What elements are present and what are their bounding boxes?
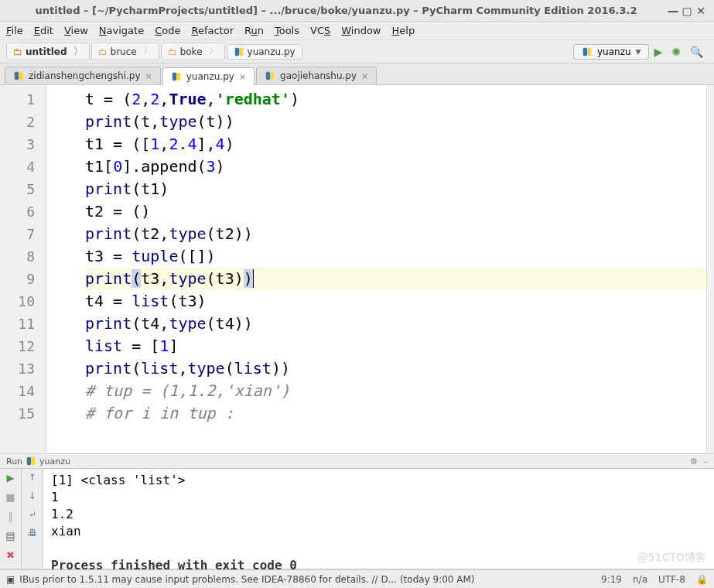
run-panel-title-prefix: Run [6, 456, 22, 467]
svg-rect-6 [173, 73, 176, 81]
breadcrumb-label: yuanzu.py [248, 46, 296, 57]
pause-button[interactable]: ∥ [8, 511, 13, 522]
python-icon [234, 46, 244, 57]
svg-rect-10 [27, 457, 31, 466]
menu-vcs[interactable]: VCS [310, 25, 330, 36]
editor-tab-zidianshengchengshi.py[interactable]: zidianshengchengshi.py× [5, 67, 161, 84]
python-icon [171, 71, 182, 82]
navigation-bar: 🗀 untitled〉🗀 bruce〉🗀 boke〉 yuanzu.py yua… [0, 40, 714, 63]
file-encoding[interactable]: UTF-8 [658, 574, 685, 585]
code-line-8[interactable]: t3 = tuple([]) [85, 245, 706, 268]
breadcrumb-untitled[interactable]: 🗀 untitled〉 [6, 43, 90, 60]
folder-icon: 🗀 [168, 46, 177, 57]
close-button[interactable]: ✕ [694, 5, 708, 17]
run-panel-left-toolbar: ▶ ■ ∥ ▤ ✖ [0, 469, 22, 569]
watermark: @51CTO博客 [637, 551, 706, 565]
line-separator[interactable]: n/a [633, 574, 647, 585]
chevron-right-icon: 〉 [209, 45, 218, 58]
menu-file[interactable]: File [6, 25, 23, 36]
editor-scrollbar[interactable] [706, 85, 714, 453]
python-icon [13, 70, 24, 81]
menu-help[interactable]: Help [392, 25, 415, 36]
code-line-1[interactable]: t = (2,2,True,'redhat') [85, 88, 706, 111]
python-icon [26, 456, 36, 467]
code-line-7[interactable]: print(t2,type(t2)) [85, 223, 706, 245]
stop-button[interactable]: ■ [5, 491, 15, 503]
code-line-11[interactable]: print(t4,type(t4)) [85, 313, 706, 335]
menu-view[interactable]: View [64, 25, 88, 36]
output-line [51, 540, 706, 557]
chevron-right-icon: 〉 [73, 45, 83, 58]
print-button[interactable]: 🖶 [28, 528, 37, 538]
run-config-label: yuanzu [597, 46, 631, 57]
code-line-5[interactable]: print(t1) [85, 178, 706, 200]
debug-button[interactable]: ✺ [671, 46, 681, 58]
code-line-12[interactable]: list = [1] [85, 335, 706, 357]
code-editor[interactable]: t = (2,2,True,'redhat')print(t,type(t))t… [46, 85, 706, 453]
dropdown-arrow-icon: ▼ [636, 48, 641, 56]
search-button[interactable]: 🔍 [690, 46, 703, 58]
output-line: [1] <class 'list'> [51, 472, 706, 489]
tab-label: zidianshengchengshi.py [29, 70, 141, 81]
breadcrumb-label: untitled [26, 46, 67, 57]
run-button[interactable]: ▶ [654, 46, 662, 58]
up-button[interactable]: ↑ [28, 472, 36, 483]
minimize-panel-icon[interactable]: – [704, 456, 709, 467]
code-line-15[interactable]: # for i in tup : [85, 402, 706, 425]
menu-edit[interactable]: Edit [34, 25, 53, 36]
cursor-position[interactable]: 9:19 [601, 574, 622, 585]
run-config-dropdown[interactable]: yuanzu ▼ [573, 44, 650, 60]
close-panel-button[interactable]: ✖ [6, 549, 15, 561]
menu-bar: File Edit View Navigate Code Refactor Ru… [0, 22, 714, 40]
svg-rect-8 [266, 72, 270, 80]
code-line-13[interactable]: print(list,type(list)) [85, 357, 706, 380]
status-icon[interactable]: ▣ [6, 574, 15, 585]
svg-rect-11 [31, 457, 35, 466]
folder-icon: 🗀 [98, 46, 108, 57]
minimize-button[interactable]: — [666, 5, 680, 17]
python-icon [582, 46, 593, 57]
svg-rect-1 [239, 47, 243, 56]
python-icon [265, 70, 275, 81]
svg-rect-2 [583, 47, 587, 56]
menu-tools[interactable]: Tools [275, 25, 299, 36]
code-line-14[interactable]: # tup = (1,1.2,'xian') [85, 380, 706, 402]
wrap-button[interactable]: ⤶ [29, 509, 36, 520]
code-line-6[interactable]: t2 = () [85, 200, 706, 223]
readonly-lock-icon[interactable]: 🔒 [696, 574, 708, 585]
breadcrumb-boke[interactable]: 🗀 boke〉 [161, 43, 225, 60]
chevron-right-icon: 〉 [143, 45, 152, 58]
status-message[interactable]: IBus prior to 1.5.11 may cause input pro… [19, 574, 601, 585]
menu-run[interactable]: Run [244, 25, 264, 36]
editor-tab-yuanzu.py[interactable]: yuanzu.py× [162, 67, 255, 85]
down-button[interactable]: ↓ [28, 491, 36, 501]
close-tab-icon[interactable]: × [361, 71, 368, 81]
code-line-3[interactable]: t1 = ([1,2.4],4) [85, 133, 706, 156]
maximize-button[interactable]: ▢ [680, 5, 694, 17]
run-panel-header: Run yuanzu ⚙ – [0, 453, 714, 469]
breadcrumb-bruce[interactable]: 🗀 bruce〉 [91, 43, 159, 60]
tab-label: yuanzu.py [186, 71, 234, 82]
close-tab-icon[interactable]: × [239, 72, 246, 82]
run-output[interactable]: [1] <class 'list'>11.2xian Process finis… [43, 469, 714, 569]
editor-tab-gaojiehanshu.py[interactable]: gaojiehanshu.py× [256, 67, 377, 84]
menu-window[interactable]: Window [341, 25, 381, 36]
breadcrumb-yuanzu.py[interactable]: yuanzu.py [227, 44, 302, 60]
editor-area: 123456789101112131415 t = (2,2,True,'red… [0, 85, 714, 453]
code-line-4[interactable]: t1[0].append(3) [85, 156, 706, 178]
svg-rect-5 [19, 72, 22, 80]
code-line-2[interactable]: print(t,type(t)) [85, 111, 706, 133]
layout-button[interactable]: ▤ [5, 530, 15, 542]
rerun-button[interactable]: ▶ [7, 472, 15, 484]
close-tab-icon[interactable]: × [145, 71, 152, 81]
line-number-gutter[interactable]: 123456789101112131415 [0, 85, 46, 453]
menu-code[interactable]: Code [155, 25, 180, 36]
menu-refactor[interactable]: Refactor [191, 25, 234, 36]
output-line: xian [51, 523, 706, 540]
code-line-10[interactable]: t4 = list(t3) [85, 290, 706, 313]
breadcrumb-label: boke [180, 46, 203, 57]
run-panel-nav-toolbar: ↑ ↓ ⤶ 🖶 [22, 469, 43, 569]
menu-navigate[interactable]: Navigate [99, 25, 144, 36]
settings-icon[interactable]: ⚙ [690, 456, 698, 467]
code-line-9[interactable]: print(t3,type(t3)) [85, 268, 706, 290]
